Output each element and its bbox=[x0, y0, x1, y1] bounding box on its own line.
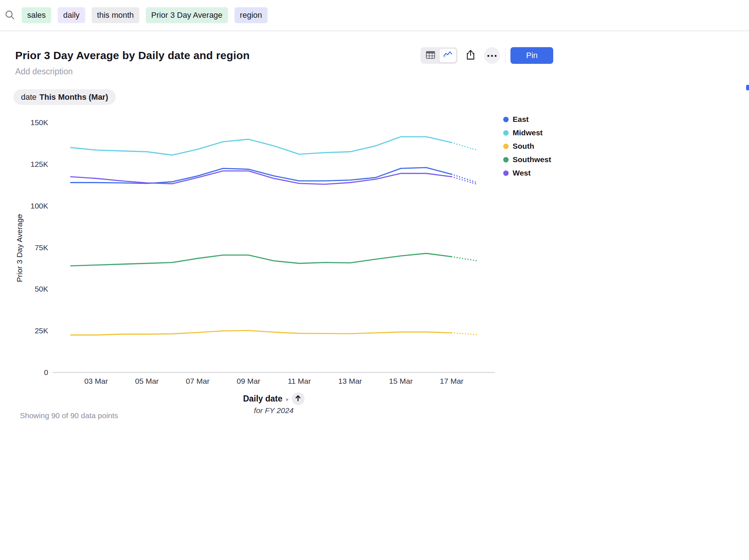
legend-label: South bbox=[513, 142, 534, 151]
table-view-button[interactable] bbox=[422, 48, 439, 63]
legend-dot bbox=[503, 144, 509, 149]
arrow-up-icon bbox=[295, 395, 301, 403]
search-pill-this-month[interactable]: this month bbox=[92, 7, 140, 23]
legend-label: West bbox=[513, 169, 531, 177]
x-tick-label: 11 Mar bbox=[288, 377, 311, 385]
add-description-placeholder[interactable]: Add description bbox=[15, 67, 73, 77]
pin-button[interactable]: Pin bbox=[510, 47, 553, 64]
y-tick-label: 100K bbox=[31, 202, 48, 210]
x-tick-label: 15 Mar bbox=[389, 377, 413, 385]
x-tick-label: 07 Mar bbox=[186, 377, 210, 385]
y-axis-label: Prior 3 Day Average bbox=[15, 179, 25, 317]
series-line-forecast-south[interactable] bbox=[452, 333, 477, 335]
legend-dot bbox=[503, 170, 509, 176]
legend-label: Midwest bbox=[513, 128, 543, 137]
ellipsis-icon bbox=[487, 52, 497, 59]
date-filter-pill[interactable]: date This Months (Mar) bbox=[13, 89, 116, 105]
legend-dot bbox=[503, 117, 509, 122]
legend-item-midwest[interactable]: Midwest bbox=[503, 129, 551, 137]
series-line-southwest[interactable] bbox=[71, 254, 452, 266]
search-pill-prior-3-day-average[interactable]: Prior 3 Day Average bbox=[146, 7, 228, 23]
chart-card: Prior 3 Day Average by Daily date and re… bbox=[0, 30, 749, 429]
legend-item-southwest[interactable]: Southwest bbox=[503, 156, 551, 164]
toolbar: Pin bbox=[421, 47, 553, 64]
line-chart[interactable]: 150K125K100K75K50K25K003 Mar05 Mar07 Mar… bbox=[31, 118, 502, 388]
date-filter-prefix: date bbox=[21, 92, 37, 102]
legend-item-south[interactable]: South bbox=[503, 142, 551, 150]
x-tick-label: 13 Mar bbox=[338, 377, 362, 385]
search-pill-sales[interactable]: sales bbox=[22, 7, 51, 23]
chart-area[interactable]: 150K125K100K75K50K25K003 Mar05 Mar07 Mar… bbox=[31, 118, 502, 388]
search-pill-region[interactable]: region bbox=[235, 7, 268, 23]
y-tick-label: 150K bbox=[31, 118, 48, 127]
y-tick-label: 125K bbox=[31, 160, 48, 168]
y-tick-label: 50K bbox=[35, 285, 48, 293]
series-line-forecast-midwest[interactable] bbox=[452, 143, 477, 150]
line-chart-icon bbox=[443, 51, 452, 60]
view-toggle bbox=[421, 47, 458, 64]
share-icon bbox=[465, 49, 476, 62]
x-tick-label: 09 Mar bbox=[237, 377, 260, 385]
chevron-down-icon[interactable]: ▾ bbox=[286, 396, 289, 403]
table-icon bbox=[426, 51, 435, 60]
sort-ascending-button[interactable] bbox=[292, 392, 305, 405]
series-line-forecast-southwest[interactable] bbox=[452, 257, 477, 261]
search-pill-list: salesdailythis monthPrior 3 Day Averager… bbox=[22, 7, 268, 23]
y-tick-label: 25K bbox=[35, 326, 48, 335]
data-point-count: Showing 90 of 90 data points bbox=[20, 411, 118, 420]
y-tick-label: 0 bbox=[44, 368, 48, 376]
legend-dot bbox=[503, 157, 509, 162]
search-pill-daily[interactable]: daily bbox=[58, 7, 85, 23]
x-tick-label: 05 Mar bbox=[135, 377, 159, 385]
chart-legend: EastMidwestSouthSouthwestWest bbox=[503, 115, 551, 182]
legend-label: East bbox=[513, 115, 529, 124]
series-line-south[interactable] bbox=[71, 330, 452, 335]
series-line-forecast-east[interactable] bbox=[452, 174, 477, 182]
search-icon[interactable] bbox=[4, 10, 15, 21]
search-bar[interactable]: salesdailythis monthPrior 3 Day Averager… bbox=[0, 0, 749, 30]
legend-label: Southwest bbox=[513, 155, 551, 164]
legend-dot bbox=[503, 130, 509, 136]
share-button[interactable] bbox=[463, 47, 479, 64]
x-tick-label: 17 Mar bbox=[440, 377, 463, 385]
x-axis-field-label[interactable]: Daily date bbox=[243, 394, 282, 404]
more-options-button[interactable] bbox=[484, 47, 500, 64]
series-line-forecast-west[interactable] bbox=[452, 177, 477, 184]
panel-resize-indicator[interactable] bbox=[746, 85, 749, 90]
legend-item-east[interactable]: East bbox=[503, 115, 551, 123]
y-tick-label: 75K bbox=[35, 243, 48, 252]
x-tick-label: 03 Mar bbox=[84, 377, 108, 385]
series-line-midwest[interactable] bbox=[71, 137, 452, 155]
legend-item-west[interactable]: West bbox=[503, 169, 551, 177]
x-axis-control: Daily date ▾ bbox=[31, 392, 517, 405]
chart-view-button[interactable] bbox=[439, 48, 456, 63]
date-filter-value: This Months (Mar) bbox=[40, 92, 108, 102]
toolbar-divider bbox=[505, 48, 505, 63]
page-title: Prior 3 Day Average by Daily date and re… bbox=[15, 49, 250, 62]
